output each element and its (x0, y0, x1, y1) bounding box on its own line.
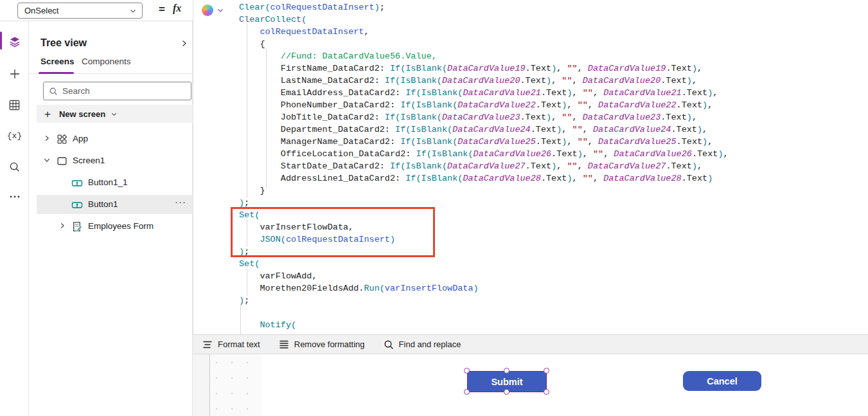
tree-item-app[interactable]: App (37, 129, 193, 149)
code-line-10[interactable]: JobTitle_DataCard2: If(IsBlank(DataCardV… (239, 111, 697, 123)
format-text-icon (202, 339, 213, 350)
code-line-27[interactable]: Notify( (239, 319, 296, 331)
code-line-12[interactable]: ManagerName_DataCard2: If(IsBlank(DataCa… (239, 136, 713, 148)
search-icon[interactable] (0, 158, 29, 176)
copilot-button[interactable] (202, 5, 224, 16)
remove-formatting-button[interactable]: Remove formatting (269, 335, 374, 354)
new-screen-button[interactable]: + New screen (37, 105, 193, 123)
code-line-24[interactable]: Morethen20FieldsAdd.Run(varInsertFlowDat… (239, 282, 479, 294)
variables-icon[interactable]: {x} (0, 127, 29, 145)
chevron-right-icon[interactable] (42, 134, 51, 143)
search-input[interactable] (62, 86, 186, 96)
tree-item-label: Employees Form (88, 221, 154, 231)
selected-tab-underline (39, 72, 74, 74)
search-icon (49, 87, 58, 96)
code-line-8[interactable]: EmailAddress_DataCard2: If(IsBlank(DataC… (239, 87, 718, 99)
fx-icon: fx (173, 3, 181, 14)
selection-handle[interactable] (504, 389, 509, 395)
property-selector-dropdown[interactable]: OnSelect (17, 3, 143, 19)
form-icon (71, 221, 82, 232)
tree-view-panel: Tree view Screens Components + New scree… (29, 21, 193, 416)
code-line-20[interactable]: JSON(colRequestDataInsert) (239, 233, 395, 246)
toolbar-item-label: Find and replace (399, 339, 461, 349)
tree-item-button1-1[interactable]: Button1_1 (37, 173, 193, 192)
code-line-17[interactable]: ); (239, 197, 249, 209)
app-canvas[interactable]: Submit Cancel (193, 354, 868, 416)
indent-guide (247, 268, 247, 296)
item-more-actions-icon[interactable]: ··· (175, 196, 186, 207)
code-line-11[interactable]: Department_DataCard2: If(IsBlank(DataCar… (239, 123, 707, 136)
find-and-replace-button[interactable]: Find and replace (374, 335, 470, 354)
selection-handle[interactable] (544, 389, 549, 395)
button-icon (71, 177, 83, 189)
chevron-right-icon (180, 39, 188, 48)
formula-code-editor[interactable]: Clear(colRequestDataInsert);ClearCollect… (193, 0, 868, 334)
code-line-3[interactable]: colRequestDataInsert, (239, 26, 369, 38)
collapse-panel-button[interactable] (180, 39, 188, 50)
formula-bar: OnSelect = fx (0, 0, 193, 21)
tree-tabs: Screens Components (29, 55, 193, 74)
plus-icon: + (44, 109, 51, 120)
code-line-22[interactable]: Set( (239, 258, 260, 270)
code-line-6[interactable]: FirstName_DataCard2: If(IsBlank(DataCard… (239, 62, 702, 75)
tab-components[interactable]: Components (82, 57, 131, 66)
data-table-icon[interactable] (0, 96, 29, 114)
tree-item-label: App (73, 134, 88, 143)
code-line-14[interactable]: StartDate_DataCard2: If(IsBlank(DataCard… (239, 160, 702, 172)
code-line-2[interactable]: ClearCollect( (239, 14, 306, 26)
code-line-1[interactable]: Clear(colRequestDataInsert); (239, 1, 385, 14)
chevron-down-icon (217, 6, 224, 14)
canvas-margin (193, 354, 210, 416)
code-line-13[interactable]: OfficeLocation_DataCard2: If(IsBlank(Dat… (239, 148, 729, 160)
code-line-23[interactable]: varFlowAdd, (239, 270, 317, 282)
button-icon (71, 199, 83, 211)
indent-guide (266, 48, 267, 188)
code-line-15[interactable]: AddressLine1_DataCard2: If(IsBlank(DataC… (239, 172, 713, 185)
more-icon[interactable] (0, 188, 29, 206)
tree-item-label: Button1_1 (88, 177, 128, 187)
toolbar-item-label: Remove formatting (294, 339, 365, 349)
selection-handle[interactable] (464, 389, 470, 395)
code-line-18[interactable]: Set( (239, 209, 260, 221)
app-icon (57, 134, 67, 145)
copilot-icon (202, 5, 213, 16)
code-line-7[interactable]: LastName_DataCard2: If(IsBlank(DataCardV… (239, 75, 697, 87)
code-line-9[interactable]: PhoneNumber_DataCard2: If(IsBlank(DataCa… (239, 99, 713, 111)
submit-button[interactable]: Submit (467, 371, 547, 392)
tree-item-button1[interactable]: Button1··· (37, 195, 193, 214)
indent-guide (240, 305, 241, 334)
tree-view-title: Tree view (40, 37, 87, 49)
insert-plus-icon[interactable] (0, 65, 29, 83)
chevron-right-icon[interactable] (58, 221, 67, 230)
tab-screens[interactable]: Screens (40, 57, 75, 66)
cancel-button-label: Cancel (707, 376, 738, 386)
canvas-dot-grid (211, 354, 261, 416)
remove-formatting-icon (278, 339, 290, 350)
tree-item-employees-form[interactable]: Employees Form (37, 217, 193, 236)
selection-handle[interactable] (504, 368, 509, 374)
code-line-4[interactable]: { (239, 38, 265, 50)
indent-guide (247, 219, 247, 247)
formula-bar-toolbar: Format textRemove formattingFind and rep… (193, 334, 868, 354)
selection-handle[interactable] (464, 368, 470, 374)
tree-item-screen1[interactable]: Screen1 (37, 151, 193, 170)
toolbar-item-label: Format text (218, 339, 260, 349)
chevron-down-icon (111, 111, 118, 118)
chevron-down-icon[interactable] (42, 156, 51, 165)
cancel-button[interactable]: Cancel (683, 371, 761, 391)
selection-handle[interactable] (544, 368, 549, 374)
code-line-5[interactable]: //Fund: DataCardValue56.Value, (239, 50, 437, 62)
property-selector-value: OnSelect (24, 6, 129, 15)
tree-view-icon[interactable] (0, 33, 29, 51)
tree-item-label: Screen1 (73, 156, 105, 165)
code-line-16[interactable]: } (239, 185, 265, 197)
tree-search-box[interactable] (43, 82, 191, 100)
submit-button-label: Submit (491, 377, 522, 387)
screen-icon (57, 156, 67, 167)
code-line-19[interactable]: varInsertFlowData, (239, 221, 353, 233)
code-line-21[interactable]: ); (239, 246, 249, 258)
format-text-button[interactable]: Format text (193, 335, 269, 354)
indent-guide (247, 24, 247, 198)
equals-sign: = (159, 3, 165, 16)
tree-item-label: Button1 (88, 199, 118, 209)
